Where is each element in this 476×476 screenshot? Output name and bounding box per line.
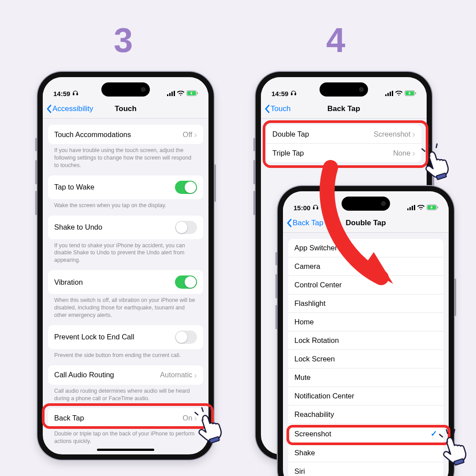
svg-rect-28: [407, 208, 409, 210]
action-row[interactable]: Lock Rotation: [288, 331, 443, 350]
row-call-audio-routing[interactable]: Call Audio Routing Automatic›: [48, 365, 203, 385]
chevron-left-icon: [46, 104, 52, 113]
row-label: Triple Tap: [272, 149, 304, 157]
row-label: Double Tap: [272, 130, 309, 138]
action-row[interactable]: Camera: [288, 257, 443, 275]
wifi-icon: [177, 90, 184, 97]
row-label: Call Audio Routing: [54, 371, 114, 379]
action-row[interactable]: Home: [288, 312, 443, 331]
row-footer: If you have trouble using the touch scre…: [48, 144, 203, 169]
headphones-icon: [290, 90, 297, 97]
phone-step-4b: 15:00 Back Tap Double Tap App SwitcherCa…: [278, 186, 454, 476]
row-label: Touch Accommodations: [54, 130, 131, 139]
action-label: App Switcher: [294, 244, 337, 252]
back-label: Back Tap: [293, 219, 324, 227]
phone-step-3: 14:59 Accessibility: [37, 72, 214, 460]
row-value: On: [182, 414, 192, 422]
toggle-switch[interactable]: [175, 181, 197, 194]
battery-icon: [405, 90, 416, 97]
back-button[interactable]: Touch: [264, 104, 290, 113]
action-row[interactable]: Reachability: [288, 405, 443, 424]
row-back-tap[interactable]: Back Tap On›: [48, 408, 203, 428]
chevron-right-icon: ›: [194, 130, 197, 139]
action-label: Flashlight: [294, 299, 326, 308]
row-footer: Double or triple tap on the back of your…: [48, 428, 203, 445]
svg-rect-30: [412, 206, 413, 210]
wifi-icon: [395, 90, 402, 97]
chevron-right-icon: ›: [194, 371, 197, 379]
dynamic-island: [320, 82, 368, 97]
row-shake-to-undo[interactable]: Shake to Undo: [48, 216, 203, 239]
toggle-switch[interactable]: [175, 275, 197, 289]
svg-rect-29: [409, 207, 411, 210]
svg-rect-3: [169, 93, 171, 96]
nav-bar: Accessibility Touch: [43, 99, 208, 119]
action-row[interactable]: Siri: [288, 462, 443, 476]
action-label: Mute: [294, 373, 311, 382]
signal-icon: [407, 204, 415, 212]
signal-icon: [167, 90, 175, 97]
row-label: Prevent Lock to End Call: [54, 333, 134, 341]
toggle-switch[interactable]: [175, 331, 197, 344]
action-list: App SwitcherCameraControl CenterFlashlig…: [288, 239, 443, 476]
nav-title: Touch: [115, 104, 137, 113]
row-touch-accommodations[interactable]: Touch Accommodations Off›: [48, 125, 203, 144]
action-row[interactable]: Flashlight: [288, 294, 443, 312]
back-button[interactable]: Back Tap: [286, 219, 324, 227]
action-row[interactable]: Screenshot✓: [288, 424, 443, 443]
svg-rect-17: [390, 92, 391, 96]
row-tap-to-wake[interactable]: Tap to Wake: [48, 175, 203, 199]
action-label: Reachability: [294, 410, 334, 419]
row-label: Vibration: [54, 278, 83, 286]
action-label: Shake: [294, 449, 315, 457]
nav-bar: Back Tap Double Tap: [283, 213, 449, 233]
svg-rect-13: [291, 93, 292, 95]
action-label: Camera: [294, 262, 320, 271]
action-label: Home: [294, 318, 314, 326]
back-label: Touch: [271, 104, 290, 113]
toggle-switch[interactable]: [175, 221, 197, 234]
row-footer: Prevent the side button from ending the …: [48, 349, 203, 359]
chevron-right-icon: ›: [412, 149, 415, 157]
row-triple-tap[interactable]: Triple Tap None›: [266, 143, 421, 162]
svg-rect-31: [414, 205, 415, 210]
row-footer: When this switch is off, all vibration o…: [48, 294, 203, 319]
headphones-icon: [312, 204, 319, 212]
svg-rect-22: [436, 173, 446, 179]
row-double-tap[interactable]: Double Tap Screenshot›: [266, 125, 421, 143]
action-row[interactable]: Lock Screen: [288, 350, 443, 368]
row-prevent-lock-end-call[interactable]: Prevent Lock to End Call: [48, 325, 203, 349]
action-row[interactable]: Control Center: [288, 275, 443, 294]
action-label: Siri: [294, 467, 305, 476]
row-label: Shake to Undo: [54, 223, 102, 231]
row-value: None: [393, 149, 410, 157]
svg-rect-15: [385, 94, 387, 96]
action-row[interactable]: App Switcher: [288, 239, 443, 257]
battery-icon: [186, 90, 198, 97]
status-time: 15:00: [294, 204, 310, 212]
chevron-right-icon: ›: [194, 413, 197, 422]
action-row[interactable]: Mute: [288, 368, 443, 387]
svg-rect-8: [197, 92, 198, 94]
row-label: Back Tap: [54, 414, 84, 422]
status-time: 14:59: [271, 90, 288, 97]
back-button[interactable]: Accessibility: [46, 104, 93, 113]
step-number-3: 3: [114, 20, 133, 60]
svg-rect-5: [174, 91, 175, 96]
row-value: Screenshot: [374, 130, 410, 138]
row-value: Off: [183, 130, 193, 139]
action-row[interactable]: Notification Center: [288, 387, 443, 405]
svg-rect-18: [392, 91, 393, 96]
headphones-icon: [72, 90, 78, 97]
home-indicator: [97, 449, 154, 451]
row-vibration[interactable]: Vibration: [48, 270, 203, 294]
row-label: Tap to Wake: [54, 183, 94, 191]
chevron-left-icon: [286, 219, 292, 227]
action-label: Notification Center: [294, 392, 354, 400]
svg-rect-1: [77, 93, 78, 95]
nav-title: Double Tap: [346, 219, 386, 227]
action-row[interactable]: Shake: [288, 443, 443, 462]
row-value: Automatic: [160, 371, 192, 379]
row-footer: If you tend to shake your iPhone by acci…: [48, 239, 203, 264]
svg-rect-35: [454, 458, 464, 465]
